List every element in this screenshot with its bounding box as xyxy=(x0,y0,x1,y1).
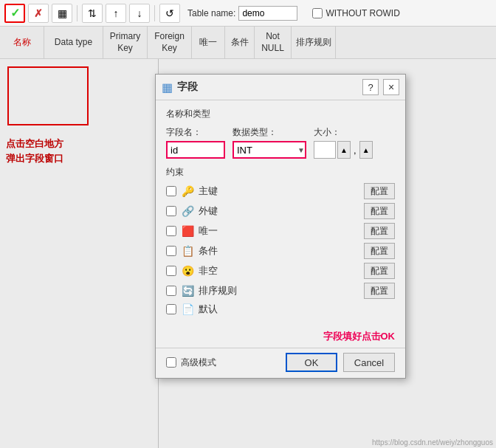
dialog-title: 字段 xyxy=(177,80,358,94)
size-group: 大小： ▲ , ▲ xyxy=(314,126,373,159)
constraint-sort: 🔄 排序规则 配置 xyxy=(166,283,395,299)
constraint-unique: 🟥 唯一 配置 xyxy=(166,223,395,239)
dialog-body: 名称和类型 字段名： 数据类型： INT TEXT REAL BLOB xyxy=(156,100,405,327)
x-icon: ✗ xyxy=(34,7,43,19)
size-input-1[interactable] xyxy=(314,141,336,159)
dialog-close-button[interactable]: × xyxy=(383,79,399,95)
field-dialog: ▦ 字段 ? × 名称和类型 字段名： 数据类型： INT xyxy=(155,74,406,379)
size-spinner-down[interactable]: ▲ xyxy=(359,141,373,159)
foreign-label: 外键 xyxy=(199,204,359,218)
data-type-select-wrap: INT TEXT REAL BLOB NUMERIC ▼ xyxy=(232,141,306,159)
col-header-primary: Primary Key xyxy=(103,27,148,58)
cancel-button[interactable]: Cancel xyxy=(343,353,395,372)
notnull-label: 非空 xyxy=(199,264,359,278)
foreign-checkbox[interactable] xyxy=(166,206,176,216)
primary-label: 主键 xyxy=(199,185,359,198)
size-spinner-up[interactable]: ▲ xyxy=(337,141,351,159)
sort-config-button[interactable]: 配置 xyxy=(364,283,395,299)
data-type-label: 数据类型： xyxy=(232,126,306,139)
advanced-row: 高级模式 OK Cancel xyxy=(156,348,405,378)
primary-icon: 🔑 xyxy=(181,185,194,198)
grid-icon: ▦ xyxy=(58,7,67,19)
size-row: ▲ , ▲ xyxy=(314,141,373,159)
notnull-icon: 😮 xyxy=(181,264,194,278)
condition-checkbox[interactable] xyxy=(166,246,176,256)
col-header-name: 名称 xyxy=(0,27,44,58)
condition-label: 条件 xyxy=(199,244,359,258)
dialog-buttons: OK Cancel xyxy=(286,353,395,372)
field-name-group: 字段名： xyxy=(166,126,225,159)
refresh-icon: ↺ xyxy=(165,7,174,19)
constraint-notnull: 😮 非空 配置 xyxy=(166,263,395,279)
col-header-foreign: Foreign Key xyxy=(148,27,192,58)
default-checkbox[interactable] xyxy=(166,304,176,314)
toolbar: ✓ ✗ ▦ ⇅ ↑ ↓ ↺ Table name: WITHOUT ROWID xyxy=(0,0,496,27)
field-definition-row: 字段名： 数据类型： INT TEXT REAL BLOB NUMERIC xyxy=(166,126,395,159)
separator-2 xyxy=(154,5,155,21)
move-down-button[interactable]: ↓ xyxy=(129,4,150,23)
foreign-icon: 🔗 xyxy=(181,204,194,218)
condition-icon: 📋 xyxy=(181,244,194,258)
section-name-type-label: 名称和类型 xyxy=(166,108,395,120)
rowid-label: WITHOUT ROWID xyxy=(326,8,399,18)
default-label: 默认 xyxy=(199,303,395,316)
rowid-checkbox[interactable] xyxy=(312,8,323,18)
notnull-checkbox[interactable] xyxy=(166,266,176,276)
constraint-foreign: 🔗 外键 配置 xyxy=(166,203,395,219)
col-header-notnull: Not NULL xyxy=(255,27,292,58)
primary-checkbox[interactable] xyxy=(166,186,176,196)
unique-checkbox[interactable] xyxy=(166,226,176,236)
field-name-input[interactable] xyxy=(166,141,225,159)
move-up-button[interactable]: ↑ xyxy=(106,4,126,23)
col-header-sort: 排序规则 xyxy=(292,27,336,58)
col-header-condition: 条件 xyxy=(225,27,255,58)
ok-button[interactable]: OK xyxy=(286,353,337,372)
unique-icon: 🟥 xyxy=(181,224,194,238)
data-type-group: 数据类型： INT TEXT REAL BLOB NUMERIC ▼ xyxy=(232,126,306,159)
constraint-default: 📄 默认 xyxy=(166,303,395,316)
constraint-primary: 🔑 主键 配置 xyxy=(166,183,395,199)
sort-label: 排序规则 xyxy=(199,284,359,297)
sort-button[interactable]: ⇅ xyxy=(82,4,103,23)
size-comma: , xyxy=(354,145,356,156)
dialog-help-button[interactable]: ? xyxy=(362,79,379,95)
table-name-input[interactable] xyxy=(238,6,297,21)
sort-checkbox[interactable] xyxy=(166,286,176,296)
default-icon: 📄 xyxy=(181,303,194,316)
condition-config-button[interactable]: 配置 xyxy=(364,243,395,259)
down-icon: ↓ xyxy=(137,7,142,19)
notnull-config-button[interactable]: 配置 xyxy=(364,263,395,279)
col-header-datatype: Data type xyxy=(44,27,103,58)
constraints-label: 约束 xyxy=(166,166,395,179)
foreign-config-button[interactable]: 配置 xyxy=(364,203,395,219)
size-label: 大小： xyxy=(314,126,373,139)
grid-button[interactable]: ▦ xyxy=(52,4,72,23)
refresh-button[interactable]: ↺ xyxy=(159,4,180,23)
table-name-area: Table name: xyxy=(187,6,297,21)
advanced-checkbox[interactable] xyxy=(166,357,176,368)
field-name-label: 字段名： xyxy=(166,126,225,139)
advanced-label: 高级模式 xyxy=(181,356,216,369)
column-headers: 名称 Data type Primary Key Foreign Key 唯一 … xyxy=(0,27,496,59)
cancel-button[interactable]: ✗ xyxy=(28,4,49,23)
save-button[interactable]: ✓ xyxy=(4,4,25,23)
separator-1 xyxy=(77,5,78,21)
constraint-condition: 📋 条件 配置 xyxy=(166,243,395,259)
up-icon: ↑ xyxy=(114,7,119,19)
sort-icon: 🔄 xyxy=(181,284,194,297)
dialog-table-icon: ▦ xyxy=(162,80,173,94)
dialog-titlebar: ▦ 字段 ? × xyxy=(156,75,405,100)
check-icon: ✓ xyxy=(10,6,20,20)
primary-config-button[interactable]: 配置 xyxy=(364,183,395,199)
unique-config-button[interactable]: 配置 xyxy=(364,223,395,239)
rowid-area: WITHOUT ROWID xyxy=(312,8,399,18)
sort-icon: ⇅ xyxy=(88,7,97,19)
dialog-annotation: 字段填好点击OK xyxy=(156,327,405,348)
table-name-label: Table name: xyxy=(187,8,235,18)
data-type-select[interactable]: INT TEXT REAL BLOB NUMERIC xyxy=(232,141,306,159)
main-area: 点击空白地方 弹出字段窗口 ▦ 字段 ? × 名称和类型 字段名： xyxy=(0,59,496,448)
col-header-unique: 唯一 xyxy=(192,27,225,58)
unique-label: 唯一 xyxy=(199,224,359,238)
